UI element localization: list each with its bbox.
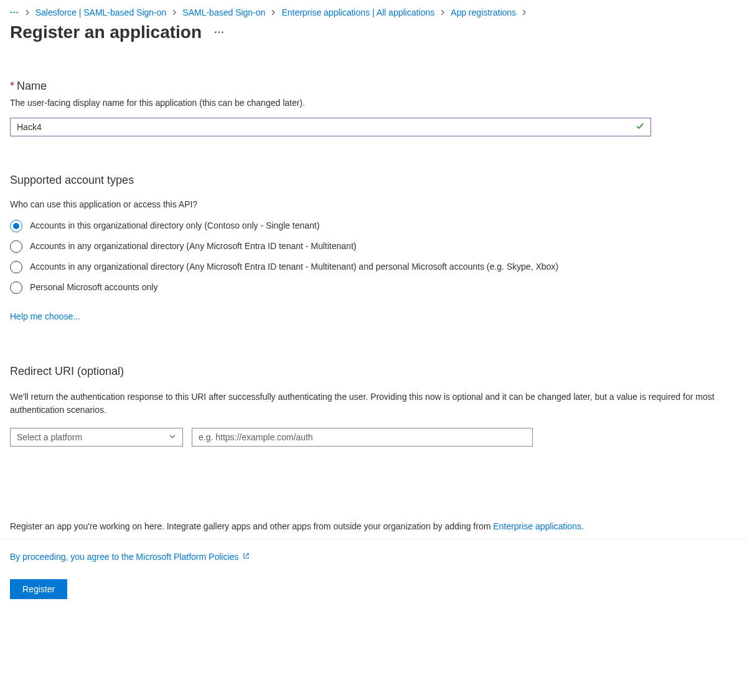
name-description: The user-facing display name for this ap… [10, 98, 737, 108]
chevron-right-icon [439, 7, 446, 17]
name-input-wrapper [10, 118, 651, 136]
redirect-uri-description: We'll return the authentication response… [10, 390, 720, 417]
name-label: *Name [10, 80, 737, 93]
enterprise-applications-link[interactable]: Enterprise applications [493, 521, 581, 531]
radio-label: Accounts in any organizational directory… [30, 260, 558, 273]
supported-accounts-subheading: Who can use this application or access t… [10, 199, 737, 209]
page-title-row: Register an application ··· [10, 22, 737, 42]
breadcrumb-link[interactable]: Salesforce | SAML-based Sign-on [35, 7, 167, 17]
radio-personal-only[interactable]: Personal Microsoft accounts only [10, 281, 737, 294]
required-star-icon: * [10, 80, 14, 92]
supported-accounts-heading: Supported account types [10, 174, 737, 187]
platform-policies-link[interactable]: By proceeding, you agree to the Microsof… [10, 552, 250, 562]
redirect-controls: Select a platform [10, 428, 737, 447]
radio-label: Accounts in this organizational director… [30, 219, 319, 232]
breadcrumb-link[interactable]: App registrations [451, 7, 516, 17]
breadcrumb-link[interactable]: Enterprise applications | All applicatio… [281, 7, 435, 17]
chevron-right-icon [24, 7, 31, 17]
name-input[interactable] [10, 118, 651, 136]
breadcrumb-overflow-icon[interactable]: ··· [10, 7, 19, 17]
divider [0, 539, 747, 539]
radio-circle-icon [10, 281, 22, 294]
page-title: Register an application [10, 22, 202, 42]
register-button[interactable]: Register [10, 579, 67, 599]
help-me-choose-link[interactable]: Help me choose... [10, 311, 80, 321]
redirect-uri-section: Redirect URI (optional) We'll return the… [10, 365, 737, 447]
breadcrumb: ··· Salesforce | SAML-based Sign-on SAML… [10, 7, 737, 17]
chevron-down-icon [169, 432, 176, 442]
breadcrumb-link[interactable]: SAML-based Sign-on [182, 7, 265, 17]
radio-multitenant[interactable]: Accounts in any organizational directory… [10, 240, 737, 253]
redirect-uri-input[interactable] [192, 428, 533, 447]
checkmark-icon [635, 121, 645, 133]
redirect-uri-heading: Redirect URI (optional) [10, 365, 737, 378]
supported-accounts-section: Supported account types Who can use this… [10, 174, 737, 321]
more-options-icon[interactable]: ··· [214, 27, 224, 38]
radio-label: Personal Microsoft accounts only [30, 281, 157, 294]
radio-circle-icon [10, 220, 22, 232]
name-section: *Name The user-facing display name for t… [10, 80, 737, 136]
radio-circle-icon [10, 240, 22, 253]
chevron-right-icon [521, 7, 527, 17]
platform-select[interactable]: Select a platform [10, 428, 183, 447]
chevron-right-icon [171, 7, 177, 17]
radio-single-tenant[interactable]: Accounts in this organizational director… [10, 219, 737, 232]
chevron-right-icon [270, 7, 276, 17]
radio-circle-icon [10, 261, 22, 273]
account-type-radio-group: Accounts in this organizational director… [10, 219, 737, 294]
radio-multitenant-personal[interactable]: Accounts in any organizational directory… [10, 260, 737, 273]
footer-note: Register an app you're working on here. … [10, 521, 737, 531]
platform-select-label: Select a platform [17, 432, 82, 442]
external-link-icon [242, 552, 250, 562]
radio-label: Accounts in any organizational directory… [30, 240, 356, 253]
